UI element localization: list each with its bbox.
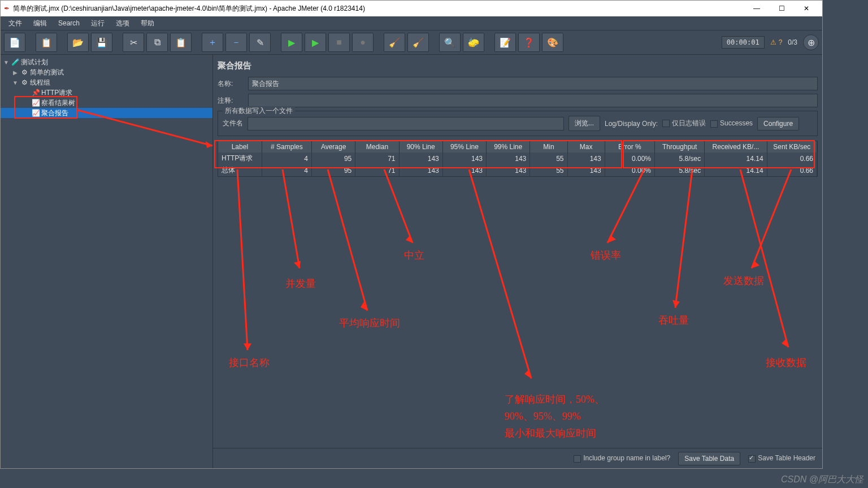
save-table-header-checkbox[interactable]: Save Table Header [748,454,815,462]
expand-icon[interactable]: ＋ [202,33,223,52]
toggle-icon[interactable]: ✎ [249,33,271,52]
logdisplay-label: Log/Display Only: [605,120,658,128]
col-header[interactable]: Median [355,141,399,152]
paste-icon[interactable]: 📋 [170,33,192,52]
comment-input[interactable] [248,94,818,107]
stop-icon[interactable]: ■ [328,33,350,52]
tree-node-threadgroup[interactable]: ▼⚙ 线程组 [1,77,212,88]
about-icon[interactable]: 🎨 [542,33,563,52]
menu-run[interactable]: 运行 [86,18,109,29]
save-table-data-button[interactable]: Save Table Data [678,452,740,465]
aggregate-table[interactable]: Label# SamplesAverageMedian90% Line95% L… [218,141,818,177]
save-icon[interactable]: 💾 [91,33,112,52]
gear-icon: ⚙ [20,79,29,86]
shutdown-icon[interactable]: ● [352,33,374,52]
include-group-checkbox[interactable]: Include group name in label? [574,454,670,462]
filename-label: 文件名 [223,119,243,128]
thread-count: 0/3 [788,38,797,46]
col-header[interactable]: 90% Line [399,141,442,152]
app-icon: ✒ [4,5,10,12]
file-fieldset: 所有数据写入一个文件 文件名 浏览... Log/Display Only: 仅… [218,111,818,136]
warning-indicator[interactable]: ⚠ ? [770,38,783,46]
menu-edit[interactable]: 编辑 [29,18,51,29]
col-header[interactable]: Label [218,141,262,152]
menu-file[interactable]: 文件 [4,18,27,29]
col-header[interactable]: 95% Line [442,141,486,152]
templates-icon[interactable]: 📋 [36,33,57,52]
table-row[interactable]: HTTP请求49571143143143551430.00%5.8/sec14.… [218,152,817,164]
col-header[interactable]: Average [312,141,355,152]
chart-icon: 📈 [31,109,40,117]
cut-icon[interactable]: ✂ [123,33,144,52]
search-icon[interactable]: 🔍 [439,33,461,52]
threads-icon[interactable]: ⊕ [803,34,819,50]
run-icon[interactable]: ▶ [281,33,302,52]
tree-node-aggregate[interactable]: 📈 聚合报告 [1,108,212,118]
toolbar: 📄 📋 📂 💾 ✂ ⧉ 📋 ＋ － ✎ ▶ ▶ ■ ● 🧹 🧹 🔍 🧽 📝 ❓ … [1,30,822,55]
close-button[interactable]: ✕ [794,1,819,16]
filename-input[interactable] [248,117,564,130]
menu-search[interactable]: Search [54,18,84,28]
pipette-icon: 📌 [31,89,40,97]
browse-button[interactable]: 浏览... [568,116,600,131]
col-header[interactable]: Throughput [655,141,705,152]
elapsed-time: 00:00:01 [722,36,765,49]
panel-footer: Include group name in label? Save Table … [213,448,822,468]
menu-help[interactable]: 帮助 [136,18,159,29]
reset-search-icon[interactable]: 🧽 [463,33,484,52]
successes-checkbox[interactable]: Successes [710,119,753,127]
configure-button[interactable]: Configure [757,117,799,130]
watermark: CSDN @阿巴大大怪 [781,474,863,486]
copy-icon[interactable]: ⧉ [146,33,168,52]
collapse-icon[interactable]: － [225,33,247,52]
errors-only-checkbox[interactable]: 仅日志错误 [662,119,706,128]
col-header[interactable]: Error % [605,141,654,152]
open-icon[interactable]: 📂 [67,33,89,52]
col-header[interactable]: Min [530,141,567,152]
gear-icon: ⚙ [20,68,29,76]
table-row[interactable]: 总体49571143143143551430.00%5.8/sec14.140.… [218,164,817,176]
tree-node-testplan[interactable]: ▼🧪 测试计划 [1,57,212,67]
menu-options[interactable]: 选项 [111,18,134,29]
titlebar: ✒ 简单的测试.jmx (D:\ceshiruanjian\Java\jmete… [1,1,822,16]
file-legend: 所有数据写入一个文件 [223,106,295,116]
menubar: 文件 编辑 Search 运行 选项 帮助 [1,16,822,30]
col-header[interactable]: # Samples [262,141,311,152]
col-header[interactable]: Sent KB/sec [767,141,817,152]
run-noTimers-icon[interactable]: ▶ [305,33,326,52]
test-plan-tree[interactable]: ▼🧪 测试计划 ▶⚙ 简单的测试 ▼⚙ 线程组 📌 HTTP请求 📈 察看结果树… [1,55,213,468]
comment-label: 注释: [218,96,244,106]
col-header[interactable]: Received KB/... [705,141,767,152]
tree-node-resulttree[interactable]: 📈 察看结果树 [1,98,212,108]
panel-title: 聚合报告 [218,60,818,71]
name-label: 名称: [218,79,244,89]
col-header[interactable]: Max [567,141,605,152]
new-icon[interactable]: 📄 [4,33,25,52]
minimize-button[interactable]: — [744,1,769,16]
chart-icon: 📈 [31,99,40,107]
flask-icon: 🧪 [11,58,20,66]
function-icon[interactable]: 📝 [494,33,516,52]
clear-all-icon[interactable]: 🧹 [407,33,429,52]
col-header[interactable]: 99% Line [487,141,530,152]
help-icon[interactable]: ❓ [518,33,540,52]
tree-node-http[interactable]: 📌 HTTP请求 [1,88,212,98]
maximize-button[interactable]: ☐ [769,1,794,16]
tree-node-simple-test[interactable]: ▶⚙ 简单的测试 [1,67,212,77]
name-input[interactable] [248,77,818,90]
window-title: 简单的测试.jmx (D:\ceshiruanjian\Java\jmeter\… [13,4,365,14]
clear-icon[interactable]: 🧹 [384,33,405,52]
